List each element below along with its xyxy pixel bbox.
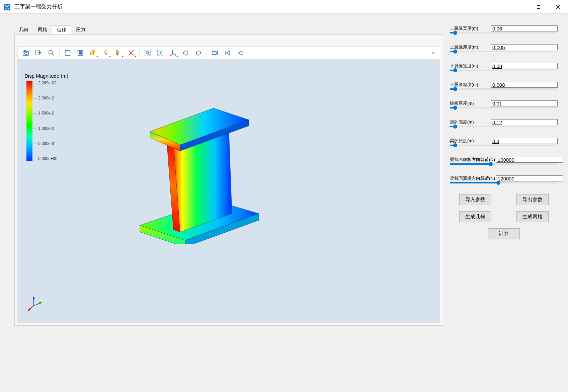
tab-3[interactable]: 应力 bbox=[71, 25, 90, 34]
toolbar-overflow[interactable]: » bbox=[428, 50, 438, 56]
window-title: 工字梁一端受力分析 bbox=[14, 3, 509, 10]
svg-point-24 bbox=[146, 51, 148, 54]
generate-mesh-button[interactable]: 生成网格 bbox=[516, 211, 549, 222]
export-params-button[interactable]: 导出参数 bbox=[516, 194, 549, 205]
toolbar-separator bbox=[139, 49, 140, 57]
param-slider-0[interactable] bbox=[450, 32, 558, 33]
toolbar-separator bbox=[207, 49, 207, 57]
lightbulb-icon[interactable]: ▼ bbox=[100, 47, 112, 59]
param-input-1[interactable] bbox=[491, 44, 558, 50]
param-slider-6[interactable] bbox=[450, 145, 558, 146]
tab-1[interactable]: 网格 bbox=[33, 25, 52, 34]
multi-box-icon[interactable]: ▼ bbox=[87, 47, 99, 59]
param-slider-1[interactable] bbox=[450, 51, 558, 52]
svg-rect-16 bbox=[91, 52, 94, 55]
param-slider-3[interactable] bbox=[450, 88, 558, 90]
param-row: 上翼缘厚度(m) bbox=[450, 44, 558, 52]
svg-marker-38 bbox=[226, 51, 230, 55]
view-tabs: 几何网格位移应力 bbox=[14, 25, 443, 34]
camera-icon[interactable] bbox=[20, 47, 32, 59]
ruler-icon[interactable]: ▼ bbox=[125, 47, 137, 59]
param-input-5[interactable] bbox=[491, 119, 558, 125]
tab-2[interactable]: 位移 bbox=[52, 25, 71, 34]
svg-marker-49 bbox=[33, 296, 35, 299]
param-input-8[interactable] bbox=[496, 175, 563, 181]
param-input-4[interactable] bbox=[491, 100, 558, 106]
rotate-cw-icon[interactable] bbox=[192, 47, 205, 59]
svg-rect-18 bbox=[105, 54, 106, 55]
export-icon[interactable] bbox=[32, 47, 45, 59]
zoom-region-icon[interactable] bbox=[142, 47, 154, 59]
svg-marker-53 bbox=[28, 308, 30, 311]
color-legend: Disp Magnitude (m) 2.269e-022.000e-21.50… bbox=[26, 73, 68, 161]
svg-line-31 bbox=[170, 54, 172, 56]
axes-triad-icon[interactable]: zyx▼ bbox=[167, 47, 179, 59]
svg-line-10 bbox=[52, 54, 54, 56]
beam-model bbox=[125, 100, 265, 244]
svg-line-50 bbox=[34, 303, 40, 306]
param-slider-5[interactable] bbox=[450, 126, 558, 127]
param-row: 梁截面腹板方向载荷(N) bbox=[450, 157, 558, 165]
param-row: 梁的高度(m) bbox=[450, 119, 558, 127]
param-input-0[interactable] bbox=[491, 25, 558, 31]
generate-geometry-button[interactable]: 生成几何 bbox=[459, 211, 491, 222]
skip-back-icon[interactable] bbox=[234, 47, 246, 59]
parameters-panel: 上翼缘宽度(m)上翼缘厚度(m)下翼缘宽度(m)下翼缘厚度(m)腹板厚度(m)梁… bbox=[447, 14, 568, 392]
param-input-2[interactable] bbox=[491, 63, 558, 69]
svg-rect-19 bbox=[117, 54, 118, 56]
svg-rect-35 bbox=[212, 51, 216, 54]
param-input-6[interactable] bbox=[491, 138, 558, 144]
param-slider-2[interactable] bbox=[450, 70, 558, 71]
param-label: 梁截面腹板方向载荷(N) bbox=[450, 157, 493, 163]
close-button[interactable] bbox=[548, 0, 568, 13]
svg-rect-14 bbox=[79, 51, 82, 54]
axes-triad-corner bbox=[27, 296, 44, 312]
legend-ticks: 2.269e-022.000e-21.500e-21.000e-25.000e-… bbox=[34, 81, 57, 161]
param-row: 上翼缘宽度(m) bbox=[450, 25, 558, 33]
svg-point-6 bbox=[24, 52, 27, 55]
rotate-ccw-icon[interactable] bbox=[180, 47, 192, 59]
legend-title: Disp Magnitude (m) bbox=[24, 73, 68, 79]
action-buttons: 导入参数导出参数生成几何生成网格计算 bbox=[450, 194, 558, 239]
legend-tick: 0.000e+00 bbox=[34, 156, 57, 161]
legend-tick: 1.000e-2 bbox=[34, 126, 57, 131]
legend-tick: 5.000e-3 bbox=[34, 141, 57, 146]
svg-rect-23 bbox=[145, 50, 151, 56]
param-row: 下翼缘厚度(m) bbox=[450, 82, 558, 90]
param-input-7[interactable] bbox=[496, 157, 563, 163]
viewport-container: ▼▼▼▼zyx▼» Disp Magnitude (m) 2.269e-022.… bbox=[14, 34, 443, 326]
minimize-button[interactable] bbox=[509, 0, 529, 13]
camera2-icon[interactable] bbox=[209, 47, 221, 59]
calculate-button[interactable]: 计算 bbox=[488, 228, 520, 239]
legend-tick: 2.269e-02 bbox=[34, 81, 57, 85]
svg-point-17 bbox=[104, 51, 107, 54]
viewport-3d[interactable]: Disp Magnitude (m) 2.269e-022.000e-21.50… bbox=[17, 60, 440, 323]
skip-prev-icon[interactable] bbox=[222, 47, 234, 59]
zoom-inspect-icon[interactable] bbox=[45, 47, 57, 59]
box-outline-icon[interactable] bbox=[62, 47, 74, 59]
svg-point-22 bbox=[131, 52, 132, 54]
svg-text:z: z bbox=[171, 49, 172, 51]
svg-rect-7 bbox=[24, 51, 26, 52]
maximize-button[interactable] bbox=[529, 0, 548, 13]
svg-rect-2 bbox=[537, 5, 540, 8]
param-slider-7[interactable] bbox=[450, 163, 558, 165]
param-row: 腹板厚度(m) bbox=[450, 100, 558, 108]
tab-0[interactable]: 几何 bbox=[14, 25, 33, 34]
param-input-3[interactable] bbox=[491, 82, 558, 88]
import-params-button[interactable]: 导入参数 bbox=[459, 194, 491, 205]
param-slider-8[interactable] bbox=[450, 182, 558, 183]
legend-colorbar bbox=[26, 81, 32, 161]
svg-marker-51 bbox=[39, 302, 42, 304]
fit-region-icon[interactable] bbox=[154, 47, 166, 59]
box-filled-icon[interactable] bbox=[74, 47, 86, 59]
viewport-toolbar: ▼▼▼▼zyx▼» bbox=[17, 46, 440, 60]
param-row: 下翼缘宽度(m) bbox=[450, 63, 558, 71]
app-icon bbox=[3, 3, 11, 11]
param-row: 梁截面翼缘方向载荷(N) bbox=[450, 175, 558, 183]
legend-tick: 2.000e-2 bbox=[34, 96, 57, 100]
param-slider-4[interactable] bbox=[450, 107, 558, 108]
brush-icon[interactable]: ▼ bbox=[112, 47, 125, 59]
param-row: 梁的长度(m) bbox=[450, 138, 558, 146]
param-label: 梁截面翼缘方向载荷(N) bbox=[450, 175, 493, 181]
